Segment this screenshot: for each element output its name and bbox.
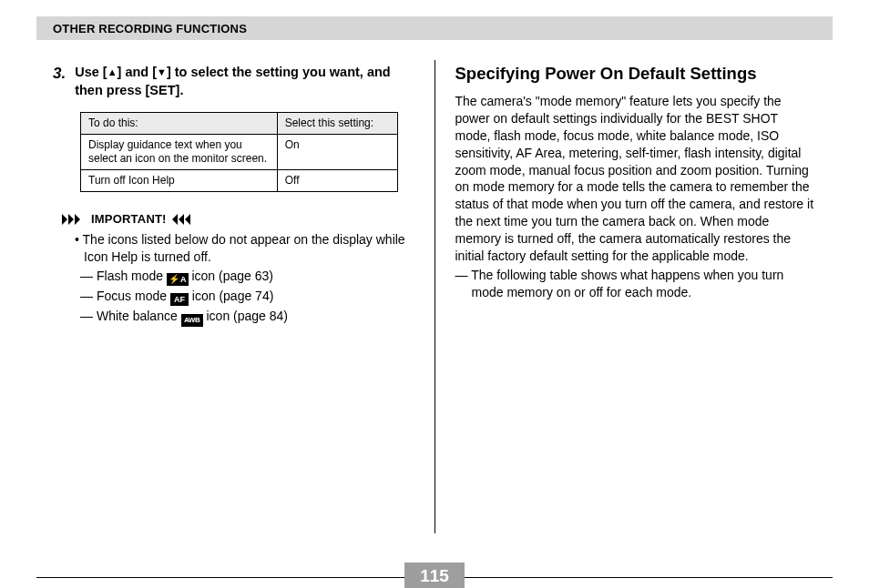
manual-page: OTHER RECORDING FUNCTIONS 3. Use [▲] and…: [0, 0, 869, 588]
step-number: 3.: [53, 64, 66, 99]
cell-action-1: Display guidance text when you select an…: [81, 135, 278, 170]
settings-table: To do this: Select this setting: Display…: [80, 112, 398, 192]
step-text-part-a: Use [: [75, 65, 107, 79]
step-3: 3. Use [▲] and [▼] to select the setting…: [53, 64, 414, 99]
sub-item-flash: —Flash mode ⚡A icon (page 63): [97, 268, 414, 286]
sub-text-2a: Focus mode: [97, 289, 170, 303]
section-heading: Specifying Power On Default Settings: [455, 64, 817, 84]
step-instruction: Use [▲] and [▼] to select the setting yo…: [75, 64, 414, 99]
body-text: The camera's "mode memory" feature lets …: [455, 93, 817, 301]
sub-item-wb: —White balance AWB icon (page 84): [97, 308, 414, 327]
important-label: IMPORTANT!: [91, 212, 167, 226]
up-triangle-icon: ▲: [107, 66, 118, 79]
right-column: Specifying Power On Default Settings The…: [435, 64, 833, 533]
bullet-intro: • The icons listed below do not appear o…: [84, 231, 414, 266]
sub-item-focus: —Focus mode AF icon (page 74): [97, 288, 414, 306]
flash-auto-icon: ⚡A: [167, 273, 189, 286]
af-icon: AF: [170, 293, 189, 306]
left-column: 3. Use [▲] and [▼] to select the setting…: [36, 64, 434, 533]
table-header-row: To do this: Select this setting:: [81, 113, 398, 135]
awb-icon: AWB: [181, 314, 203, 327]
body-sub-line: — The following table shows what happens…: [472, 267, 817, 301]
important-bullet: • The icons listed below do not appear o…: [84, 231, 414, 327]
sub-text-1b: icon (page 63): [189, 269, 273, 283]
sub-text-3a: White balance: [97, 309, 181, 323]
page-number: 115: [420, 566, 449, 586]
page-number-badge: 115: [404, 563, 465, 588]
cell-action-2: Turn off Icon Help: [81, 170, 278, 192]
step-text-part-b: ] and [: [118, 65, 158, 79]
th-setting: Select this setting:: [277, 113, 397, 135]
forward-arrows-icon: [62, 214, 86, 225]
backward-arrows-icon: [172, 214, 196, 225]
cell-setting-2: Off: [277, 170, 397, 192]
body-paragraph: The camera's "mode memory" feature lets …: [455, 94, 814, 263]
th-action: To do this:: [81, 113, 278, 135]
cell-setting-1: On: [277, 135, 397, 170]
down-triangle-icon: ▼: [157, 66, 167, 79]
section-header-title: OTHER RECORDING FUNCTIONS: [53, 22, 247, 35]
table-row: Turn off Icon Help Off: [81, 170, 398, 192]
important-callout: IMPORTANT!: [62, 212, 414, 226]
two-column-layout: 3. Use [▲] and [▼] to select the setting…: [36, 64, 833, 533]
table-row: Display guidance text when you select an…: [81, 135, 398, 170]
sub-text-2b: icon (page 74): [189, 289, 273, 303]
sub-text-3b: icon (page 84): [203, 309, 288, 323]
section-header-bar: OTHER RECORDING FUNCTIONS: [36, 16, 833, 40]
sub-text-1a: Flash mode: [97, 269, 167, 283]
